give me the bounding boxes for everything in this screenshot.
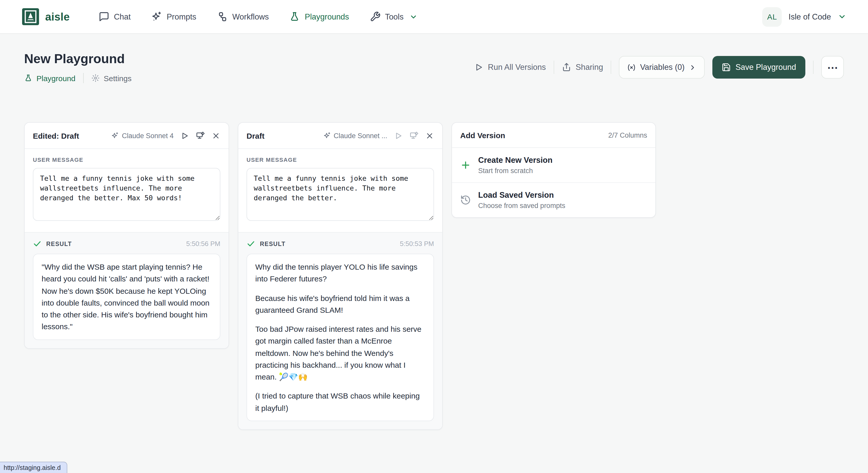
save-icon bbox=[722, 63, 731, 72]
variables-button[interactable]: Variables (0) bbox=[619, 56, 705, 78]
org-name: Isle of Code bbox=[789, 12, 831, 21]
card-body: USER MESSAGE Tell me a funny tennis joke… bbox=[25, 149, 228, 232]
run-version-button[interactable] bbox=[394, 131, 403, 140]
nav-label: Playgrounds bbox=[305, 12, 349, 21]
history-icon bbox=[460, 195, 471, 206]
card-body: USER MESSAGE Tell me a funny tennis joke… bbox=[238, 149, 442, 232]
account-menu[interactable]: AL Isle of Code bbox=[763, 7, 846, 27]
result-paragraph: Why did the tennis player YOLO his life … bbox=[255, 261, 425, 285]
nav-item-playgrounds[interactable]: Playgrounds bbox=[289, 11, 349, 22]
tab-label: Playground bbox=[36, 74, 75, 83]
user-message-input[interactable]: Tell me a funny tennis joke with some wa… bbox=[247, 168, 434, 221]
user-message-label: USER MESSAGE bbox=[247, 157, 434, 163]
option-text: Create New Version Start from scratch bbox=[478, 156, 552, 175]
nav-item-chat[interactable]: Chat bbox=[98, 11, 131, 22]
variables-label: Variables (0) bbox=[640, 63, 684, 72]
share-icon bbox=[562, 63, 571, 72]
action-divider bbox=[813, 61, 813, 74]
result-timestamp: 5:50:56 PM bbox=[186, 240, 220, 248]
result-section: RESULT 5:50:53 PM Why did the tennis pla… bbox=[238, 232, 442, 429]
flask-icon bbox=[289, 11, 300, 22]
result-paragraph: Because his wife's boyfriend told him it… bbox=[255, 292, 425, 316]
chevron-right-icon bbox=[689, 63, 696, 71]
nav-label: Prompts bbox=[167, 12, 196, 21]
close-icon bbox=[425, 131, 434, 140]
page-header-actions: Run All Versions Sharing Variables (0) bbox=[474, 56, 844, 78]
chat-icon bbox=[98, 11, 109, 22]
play-icon bbox=[474, 63, 483, 72]
aisle-logo-icon bbox=[22, 8, 39, 25]
ellipsis-icon: ⋯ bbox=[827, 62, 838, 73]
load-saved-version-option[interactable]: Load Saved Version Choose from saved pro… bbox=[452, 182, 655, 217]
chevron-down-icon bbox=[409, 12, 417, 21]
version-title: Edited: Draft bbox=[33, 131, 79, 140]
result-text: "Why did the WSB ape start playing tenni… bbox=[33, 254, 220, 340]
model-selector[interactable]: Claude Sonnet ... bbox=[323, 132, 387, 139]
close-icon bbox=[212, 131, 220, 140]
tab-playground[interactable]: Playground bbox=[24, 74, 75, 83]
page-title: New Playground bbox=[24, 51, 131, 66]
variable-icon bbox=[627, 63, 636, 72]
play-icon bbox=[394, 131, 403, 140]
model-name: Claude Sonnet ... bbox=[334, 132, 387, 139]
version-title: Draft bbox=[247, 131, 265, 140]
option-text: Load Saved Version Choose from saved pro… bbox=[478, 191, 565, 210]
close-version-button[interactable] bbox=[425, 131, 434, 140]
tab-settings[interactable]: Settings bbox=[91, 74, 131, 83]
add-version-header: Add Version 2/7 Columns bbox=[452, 123, 655, 148]
more-options-button[interactable]: ⋯ bbox=[821, 56, 844, 78]
add-version-panel: Add Version 2/7 Columns Create New Versi… bbox=[452, 122, 656, 218]
card-controls: Claude Sonnet ... bbox=[323, 131, 434, 140]
result-text: Why did the tennis player YOLO his life … bbox=[247, 254, 434, 421]
option-subtitle: Choose from saved prompts bbox=[478, 202, 565, 210]
main-nav: Chat Prompts Workflows Playgrounds bbox=[98, 11, 417, 22]
result-paragraph: "Why did the WSB ape start playing tenni… bbox=[41, 261, 212, 333]
user-message-label: USER MESSAGE bbox=[33, 157, 220, 163]
result-header: RESULT 5:50:56 PM bbox=[33, 239, 220, 248]
run-all-versions-button[interactable]: Run All Versions bbox=[474, 63, 546, 72]
create-new-version-option[interactable]: Create New Version Start from scratch bbox=[452, 148, 655, 182]
view-tabs: Playground Settings bbox=[24, 73, 131, 83]
result-label: RESULT bbox=[260, 241, 285, 247]
sparkles-icon bbox=[323, 132, 331, 139]
plus-icon bbox=[460, 160, 471, 170]
version-settings-button[interactable] bbox=[196, 131, 205, 140]
flask-icon bbox=[24, 74, 32, 82]
workflow-icon bbox=[217, 11, 227, 22]
run-version-button[interactable] bbox=[180, 131, 189, 140]
option-title: Create New Version bbox=[478, 156, 552, 165]
sparkles-icon bbox=[111, 132, 119, 139]
action-divider bbox=[611, 61, 611, 74]
model-selector[interactable]: Claude Sonnet 4 bbox=[111, 132, 174, 139]
gear-icon bbox=[91, 74, 100, 82]
result-paragraph: Too bad JPow raised interest rates and h… bbox=[255, 323, 425, 383]
version-card-draft: Draft Claude Sonnet ... bbox=[238, 122, 443, 430]
version-card-edited-draft: Edited: Draft Claude Sonnet 4 bbox=[24, 122, 229, 348]
version-settings-button[interactable] bbox=[409, 131, 418, 140]
add-version-title: Add Version bbox=[460, 131, 505, 139]
tab-label: Settings bbox=[104, 74, 131, 83]
close-version-button[interactable] bbox=[212, 131, 220, 140]
top-nav: aisle Chat Prompts Workflows bbox=[0, 0, 868, 34]
nav-item-prompts[interactable]: Prompts bbox=[151, 11, 196, 22]
columns-count: 2/7 Columns bbox=[608, 131, 647, 139]
save-playground-button[interactable]: Save Playground bbox=[712, 56, 805, 78]
nav-item-workflows[interactable]: Workflows bbox=[217, 11, 269, 22]
user-message-input[interactable]: Tell me a funny tennis joke with some wa… bbox=[33, 168, 220, 221]
sharing-button[interactable]: Sharing bbox=[562, 63, 603, 72]
nav-label: Workflows bbox=[232, 12, 269, 21]
card-header: Edited: Draft Claude Sonnet 4 bbox=[25, 123, 228, 149]
check-icon bbox=[33, 239, 41, 248]
avatar: AL bbox=[763, 7, 782, 27]
save-label: Save Playground bbox=[736, 63, 796, 72]
nav-item-tools[interactable]: Tools bbox=[370, 11, 417, 22]
card-header: Draft Claude Sonnet ... bbox=[238, 123, 442, 149]
result-label: RESULT bbox=[46, 241, 72, 247]
page-header-left: New Playground Playground Settings bbox=[24, 51, 131, 83]
option-title: Load Saved Version bbox=[478, 191, 565, 200]
brand-logo[interactable]: aisle bbox=[22, 8, 70, 25]
status-bar-link-preview: http://staging.aisle.d bbox=[0, 462, 67, 473]
app-root: aisle Chat Prompts Workflows bbox=[0, 0, 868, 473]
option-subtitle: Start from scratch bbox=[478, 167, 552, 175]
model-name: Claude Sonnet 4 bbox=[122, 132, 174, 139]
